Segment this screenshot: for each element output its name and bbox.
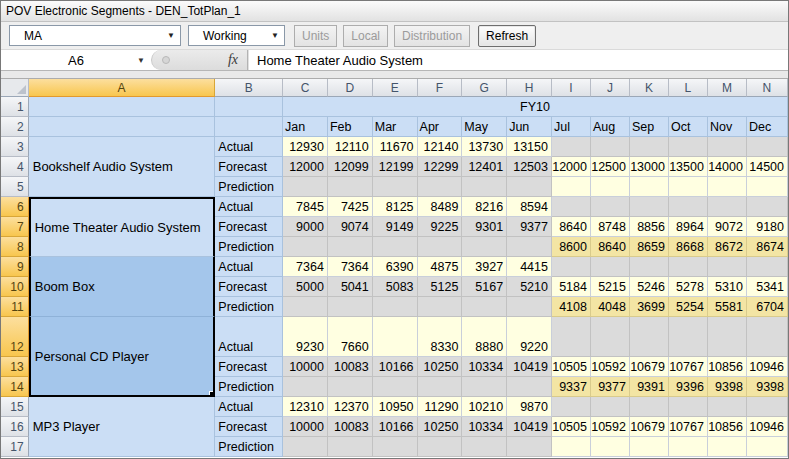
data-cell[interactable]: 5215: [591, 277, 630, 297]
data-cell[interactable]: 7364: [328, 257, 373, 277]
data-cell[interactable]: [630, 437, 669, 457]
data-cell[interactable]: 9000: [283, 217, 328, 237]
data-cell[interactable]: [462, 177, 507, 197]
data-cell[interactable]: 13000: [630, 157, 669, 177]
data-cell[interactable]: [708, 397, 747, 417]
units-button[interactable]: Units: [294, 25, 337, 47]
data-cell[interactable]: 13150: [507, 137, 552, 157]
data-cell[interactable]: 3699: [630, 297, 669, 317]
row-type-cell[interactable]: Forecast: [215, 357, 283, 377]
data-cell[interactable]: 10250: [418, 417, 463, 437]
data-cell[interactable]: 10334: [462, 417, 507, 437]
data-cell[interactable]: 8330: [418, 317, 463, 357]
data-cell[interactable]: 5125: [418, 277, 463, 297]
data-cell[interactable]: [591, 317, 630, 357]
data-cell[interactable]: [507, 437, 552, 457]
data-cell[interactable]: 9398: [747, 377, 788, 397]
row-type-cell[interactable]: Actual: [215, 317, 283, 357]
data-cell[interactable]: [630, 257, 669, 277]
data-cell[interactable]: [507, 297, 552, 317]
data-cell[interactable]: 8600: [552, 237, 591, 257]
data-cell[interactable]: 10166: [373, 357, 418, 377]
data-cell[interactable]: 5310: [708, 277, 747, 297]
month-header-cell[interactable]: Dec: [747, 117, 788, 137]
data-cell[interactable]: 5210: [507, 277, 552, 297]
data-cell[interactable]: 12370: [328, 397, 373, 417]
data-cell[interactable]: [591, 437, 630, 457]
data-cell[interactable]: 11670: [373, 137, 418, 157]
local-button[interactable]: Local: [343, 25, 388, 47]
data-cell[interactable]: 7364: [283, 257, 328, 277]
data-cell[interactable]: [328, 237, 373, 257]
data-cell[interactable]: [552, 257, 591, 277]
data-cell[interactable]: 10946: [747, 417, 788, 437]
row-header-8[interactable]: 8: [1, 237, 29, 257]
row-header-5[interactable]: 5: [1, 177, 29, 197]
data-cell[interactable]: 3927: [462, 257, 507, 277]
cell-B2[interactable]: [215, 117, 283, 137]
data-cell[interactable]: [552, 177, 591, 197]
formula-bar-collapse-icon[interactable]: [162, 56, 170, 64]
data-cell[interactable]: [462, 437, 507, 457]
data-cell[interactable]: [669, 397, 708, 417]
data-cell[interactable]: 9220: [507, 317, 552, 357]
data-cell[interactable]: 9230: [283, 317, 328, 357]
row-header-17[interactable]: 17: [1, 437, 29, 457]
data-cell[interactable]: 10592: [591, 417, 630, 437]
chevron-down-icon[interactable]: ▼: [137, 56, 145, 65]
data-cell[interactable]: 8668: [669, 237, 708, 257]
data-cell[interactable]: [708, 317, 747, 357]
cell-B1[interactable]: [215, 97, 283, 117]
data-cell[interactable]: 5581: [708, 297, 747, 317]
data-cell[interactable]: [669, 437, 708, 457]
data-cell[interactable]: 9377: [591, 377, 630, 397]
data-cell[interactable]: [373, 377, 418, 397]
data-cell[interactable]: [669, 317, 708, 357]
product-name-cell[interactable]: Bookshelf Audio System: [29, 137, 216, 197]
row-type-cell[interactable]: Prediction: [215, 297, 283, 317]
data-cell[interactable]: 5254: [669, 297, 708, 317]
data-cell[interactable]: 8659: [630, 237, 669, 257]
data-cell[interactable]: [373, 237, 418, 257]
data-cell[interactable]: [507, 237, 552, 257]
data-cell[interactable]: [418, 297, 463, 317]
data-cell[interactable]: 10419: [507, 417, 552, 437]
data-cell[interactable]: [507, 377, 552, 397]
column-header-B[interactable]: B: [215, 79, 283, 97]
data-cell[interactable]: 12099: [328, 157, 373, 177]
data-cell[interactable]: 12930: [283, 137, 328, 157]
data-cell[interactable]: 10950: [373, 397, 418, 417]
row-type-cell[interactable]: Prediction: [215, 377, 283, 397]
data-cell[interactable]: 7845: [283, 197, 328, 217]
data-cell[interactable]: 10334: [462, 357, 507, 377]
column-header-J[interactable]: J: [591, 79, 630, 97]
data-cell[interactable]: 5341: [747, 277, 788, 297]
data-cell[interactable]: [552, 317, 591, 357]
data-cell[interactable]: [462, 237, 507, 257]
data-cell[interactable]: [669, 137, 708, 157]
data-cell[interactable]: 12310: [283, 397, 328, 417]
row-type-cell[interactable]: Prediction: [215, 437, 283, 457]
column-header-H[interactable]: H: [507, 79, 552, 97]
data-cell[interactable]: 14500: [747, 157, 788, 177]
data-cell[interactable]: 8748: [591, 217, 630, 237]
data-cell[interactable]: 9301: [462, 217, 507, 237]
data-cell[interactable]: 10679: [630, 357, 669, 377]
data-cell[interactable]: 10856: [708, 417, 747, 437]
data-cell[interactable]: [552, 397, 591, 417]
data-cell[interactable]: 4875: [418, 257, 463, 277]
data-cell[interactable]: [283, 177, 328, 197]
data-cell[interactable]: [283, 237, 328, 257]
month-header-cell[interactable]: Jul: [552, 117, 591, 137]
select-all-corner[interactable]: [1, 79, 29, 97]
data-cell[interactable]: 10592: [591, 357, 630, 377]
data-cell[interactable]: 10946: [747, 357, 788, 377]
data-cell[interactable]: 9396: [669, 377, 708, 397]
column-header-L[interactable]: L: [669, 79, 708, 97]
row-type-cell[interactable]: Forecast: [215, 157, 283, 177]
data-cell[interactable]: 9180: [747, 217, 788, 237]
data-cell[interactable]: [507, 177, 552, 197]
data-cell[interactable]: [747, 317, 788, 357]
data-cell[interactable]: [328, 177, 373, 197]
row-header-14[interactable]: 14: [1, 377, 29, 397]
